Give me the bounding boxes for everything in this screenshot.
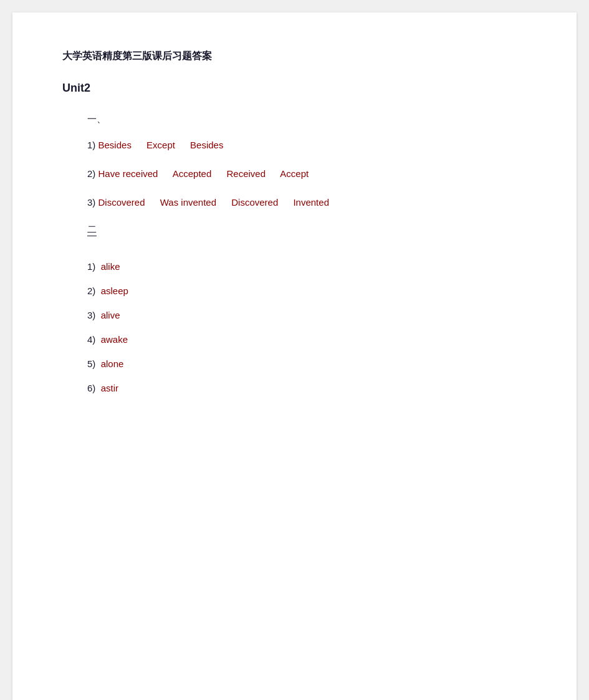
unit-title: Unit2 <box>62 82 527 95</box>
row2-answer1: Have received <box>98 168 158 179</box>
s2-answer-2: asleep <box>101 285 128 296</box>
row1-answer3: Besides <box>190 140 223 150</box>
s2-num-3: 3) <box>87 310 101 320</box>
s2-num-1: 1) <box>87 261 101 272</box>
section2-item-6: 6) astir <box>87 383 527 393</box>
row1-num: 1) <box>87 140 95 150</box>
section2-item-4: 4) awake <box>87 334 527 345</box>
row3-num: 3) <box>87 197 95 208</box>
s2-num-4: 4) <box>87 334 101 345</box>
s2-num-2: 2) <box>87 285 101 296</box>
section-two-wrapper: 二 <box>62 224 527 249</box>
row1-answer1: Besides <box>98 140 132 150</box>
row1-answer2: Except <box>146 140 175 150</box>
s2-answer-4: awake <box>101 334 128 345</box>
s2-answer-6: astir <box>101 383 118 393</box>
row2-num: 2) <box>87 168 95 179</box>
answer-row-3: 3) Discovered Was invented Discovered In… <box>87 195 527 210</box>
row2-answer2: Accepted <box>173 168 212 179</box>
page-title: 大学英语精度第三版课后习题答案 <box>62 50 527 63</box>
row3-answer3: Discovered <box>231 197 278 208</box>
s2-answer-1: alike <box>101 261 120 272</box>
section2-item-3: 3) alive <box>87 310 527 320</box>
row3-answer4: Invented <box>293 197 329 208</box>
s2-num-6: 6) <box>87 383 101 393</box>
s2-answer-3: alive <box>101 310 120 320</box>
main-page: 大学英语精度第三版课后习题答案 Unit2 一、 1) Besides Exce… <box>12 12 577 700</box>
section-two-label: 二 <box>87 224 97 236</box>
row3-answer1: Discovered <box>98 197 145 208</box>
row2-answer3: Received <box>226 168 266 179</box>
answer-row-1: 1) Besides Except Besides <box>87 138 527 153</box>
s2-num-5: 5) <box>87 358 101 369</box>
row2-answer4: Accept <box>280 168 309 179</box>
section-one-label: 一、 <box>87 113 527 125</box>
answer-row-2: 2) Have received Accepted Received Accep… <box>87 166 527 181</box>
section2-item-5: 5) alone <box>87 358 527 369</box>
section2-item-1: 1) alike <box>87 261 527 272</box>
row3-answer2: Was invented <box>160 197 216 208</box>
s2-answer-5: alone <box>101 358 124 369</box>
section2-item-2: 2) asleep <box>87 285 527 296</box>
